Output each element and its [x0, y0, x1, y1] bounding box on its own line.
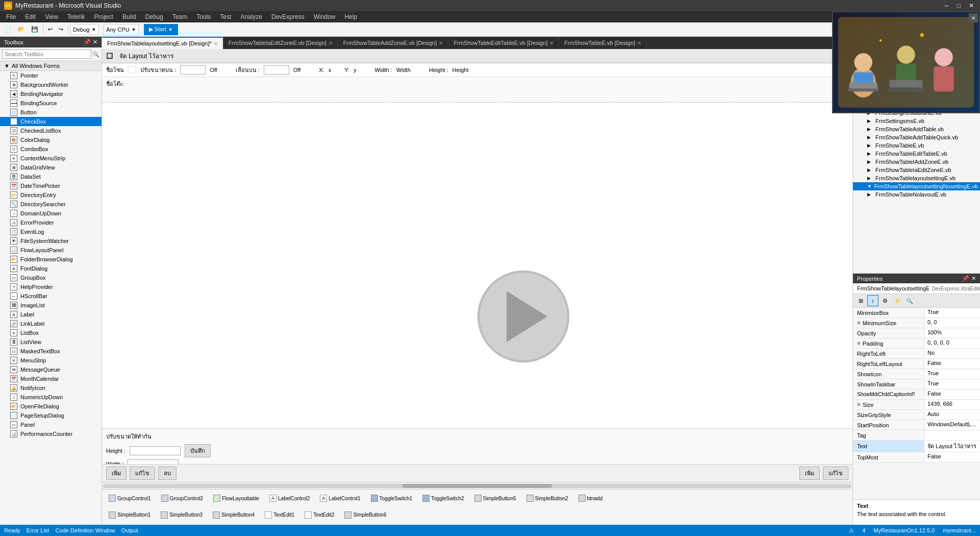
- toolbox-item-directoryentry[interactable]: 📁DirectoryEntry: [0, 190, 102, 200]
- tree-item-frmshowtableaddtablequick[interactable]: ▶ FrmShowTableAddTableQuick.vb: [853, 133, 980, 141]
- toolbox-item-checkbox[interactable]: ☑CheckBox: [0, 117, 102, 126]
- toolbox-item-colordialog[interactable]: 🎨ColorDialog: [0, 135, 102, 144]
- toolbox-item-imagelist[interactable]: 🖼ImageList: [0, 301, 102, 310]
- toolbox-item-bindingnavigator[interactable]: ◀BindingNavigator: [0, 89, 102, 99]
- props-properties-btn[interactable]: ⚙: [880, 295, 891, 306]
- toolbox-item-errorprovider[interactable]: ⚠ErrorProvider: [0, 218, 102, 227]
- h-scrollbar-thumb[interactable]: [403, 484, 552, 488]
- props-alphabetical-btn[interactable]: ↕: [867, 295, 878, 306]
- props-search-btn[interactable]: 🔍: [904, 295, 915, 306]
- play-overlay-circle[interactable]: [478, 271, 569, 362]
- toolbox-item-linklabel[interactable]: 🔗LinkLabel: [0, 319, 102, 328]
- toolbox-item-datagridview[interactable]: ⊞DataGridView: [0, 163, 102, 172]
- toolbox-item-pagesetupdialog[interactable]: 📄PageSetupDialog: [0, 411, 102, 420]
- add-btn-1[interactable]: เพิ่ม: [106, 467, 127, 480]
- toolbox-item-maskedtextbox[interactable]: ▭MaskedTextBox: [0, 347, 102, 356]
- component-groupcontrol1[interactable]: GroupControl1: [106, 493, 154, 503]
- component-labelcontrol2[interactable]: A LabelControl2: [267, 493, 312, 503]
- toolbox-item-button[interactable]: □Button: [0, 108, 102, 117]
- tree-item-frmshowtablelayoutsettinge[interactable]: ▶ FrmShowTablelayoutsettingE.vb: [853, 174, 980, 182]
- debug-mode-dropdown[interactable]: Debug ▼: [70, 24, 98, 35]
- properties-object-selector[interactable]: FrmShowTablelayoutsettingE DevExpress.Xt…: [853, 283, 980, 294]
- toolbox-item-hscrollbar[interactable]: ↔HScrollBar: [0, 291, 102, 301]
- props-close-icon[interactable]: ✕: [971, 275, 976, 282]
- save-button[interactable]: บันทึก: [185, 444, 211, 457]
- toolbar-redo-btn[interactable]: ↪: [56, 25, 66, 34]
- menu-file[interactable]: File: [2, 12, 20, 21]
- video-close-button[interactable]: ✕: [969, 13, 978, 22]
- toolbox-search-icon[interactable]: 🔍: [92, 51, 99, 58]
- props-categorized-btn[interactable]: ⊞: [855, 295, 866, 306]
- toolbox-item-notifyicon[interactable]: 🔔NotifyIcon: [0, 383, 102, 393]
- toolbox-item-numericupdown[interactable]: ↕NumericUpDown: [0, 393, 102, 402]
- tab-frm-tablelayout[interactable]: FrmShowTablelayoutsettingE.vb [Design]* …: [102, 37, 223, 49]
- component-simplebutton6[interactable]: SimpleButton6: [342, 510, 389, 520]
- menu-project[interactable]: Project: [90, 12, 117, 21]
- edit-btn-1[interactable]: แก้ไข: [130, 467, 155, 480]
- component-toggleswitch1[interactable]: ToggleSwitch1: [368, 493, 415, 503]
- minimize-button[interactable]: ─: [942, 2, 951, 9]
- toolbox-item-folderbrowserdialog[interactable]: 📂FolderBrowserDialog: [0, 255, 102, 264]
- component-textedit2[interactable]: TextEdit2: [302, 510, 337, 520]
- props-pin-icon[interactable]: 📌: [962, 275, 969, 282]
- toolbox-item-backgroundworker[interactable]: ⚙BackgroundWorker: [0, 80, 102, 89]
- toolbox-item-panel[interactable]: ▭Panel: [0, 420, 102, 429]
- toolbox-item-monthcalendar[interactable]: 📅MonthCalendar: [0, 374, 102, 383]
- toolbox-item-groupbox[interactable]: ▭GroupBox: [0, 273, 102, 282]
- tab-close-5[interactable]: ✕: [637, 40, 641, 46]
- menu-window[interactable]: Window: [310, 12, 340, 21]
- toolbar-new-btn[interactable]: 📄: [2, 25, 14, 34]
- menu-edit[interactable]: Edit: [21, 12, 40, 21]
- status-output[interactable]: Output: [121, 527, 138, 533]
- status-error-list[interactable]: Error List: [27, 527, 49, 533]
- toolbar-undo-btn[interactable]: ↩: [45, 25, 55, 34]
- toolbox-item-filesystemwatcher[interactable]: 👁FileSystemWatcher: [0, 236, 102, 246]
- component-simplebutton4[interactable]: SimpleButton4: [210, 510, 257, 520]
- toolbox-item-listbox[interactable]: ≡ListBox: [0, 328, 102, 337]
- maximize-button[interactable]: □: [955, 2, 963, 9]
- props-events-btn[interactable]: ⚡: [892, 295, 903, 306]
- component-labelcontrol1[interactable]: A LabelControl1: [317, 493, 363, 503]
- tree-item-frmshowtableaddtable[interactable]: ▶ FrmShowTableAddTable.vb: [853, 125, 980, 133]
- toolbox-item-performancecounter[interactable]: 📊PerformanceCounter: [0, 429, 102, 438]
- tab-close-4[interactable]: ✕: [549, 40, 554, 46]
- toolbox-item-directorysearcher[interactable]: 🔍DirectorySearcher: [0, 200, 102, 209]
- toolbox-item-pointer[interactable]: ↖Pointer: [0, 71, 102, 80]
- component-groupcontrol2[interactable]: GroupControl2: [159, 493, 206, 503]
- tab-frm-showtable[interactable]: FrmShowTableE.vb [Design] ✕: [559, 37, 647, 49]
- start-button[interactable]: ▶ Start ▼: [144, 24, 178, 35]
- tab-close-2[interactable]: ✕: [329, 40, 333, 46]
- status-code-def[interactable]: Code Definition Window: [55, 527, 115, 533]
- menu-test[interactable]: Test: [216, 12, 235, 21]
- tree-item-frmshowtablenolavoute[interactable]: ▶ FrmShowTableNolavoutE.vb: [853, 190, 980, 199]
- tab-frm-editzone[interactable]: FrmShowTableIaEditZoneE.vb [Design] ✕: [223, 37, 338, 49]
- menu-build[interactable]: Build: [118, 12, 140, 21]
- adjust-input[interactable]: [180, 65, 206, 75]
- toolbox-item-helpprovider[interactable]: ?HelpProvider: [0, 282, 102, 291]
- menu-analyze[interactable]: Analyze: [236, 12, 266, 21]
- component-simplebutton5[interactable]: SimpleButton5: [472, 493, 519, 503]
- tree-item-frmshowtableiaddzone[interactable]: ▶ FrmShowTableIAddZoneE.vb: [853, 158, 980, 166]
- toolbox-item-combobox[interactable]: ▽ComboBox: [0, 144, 102, 154]
- tree-item-frmshowtablelayoutsettingnosettinge[interactable]: ▼ FrmShowTablelayoutsettingNosettingE.vb: [853, 182, 980, 190]
- menu-team[interactable]: Team: [168, 12, 191, 21]
- toolbox-item-checkedlistbox[interactable]: ☑CheckedListBox: [0, 126, 102, 135]
- tree-item-frmshowtablee[interactable]: ▶ FrmShowTableE.vb: [853, 141, 980, 150]
- toolbar-save-btn[interactable]: 💾: [29, 25, 41, 34]
- menu-devexpress[interactable]: DevExpress: [267, 12, 309, 21]
- toolbox-item-contextmenustrip[interactable]: ≡ContextMenuStrip: [0, 154, 102, 163]
- toolbox-item-menustrip[interactable]: ≡MenuStrip: [0, 356, 102, 365]
- tab-close-1[interactable]: ✕: [214, 41, 218, 46]
- toolbox-item-dataset[interactable]: 🗄DataSet: [0, 172, 102, 181]
- component-toggleswitch2[interactable]: ToggleSwitch2: [420, 493, 466, 503]
- move-input[interactable]: [264, 65, 289, 75]
- tab-close-3[interactable]: ✕: [439, 40, 443, 46]
- component-simplebutton2[interactable]: SimpleButton2: [524, 493, 571, 503]
- toolbox-item-datetimepicker[interactable]: 📅DateTimePicker: [0, 181, 102, 190]
- tree-item-frmshowtableedittablee[interactable]: ▶ FrmShowTableEditTableE.vb: [853, 150, 980, 158]
- component-flowlayouttable[interactable]: FlowLayouttable: [211, 493, 262, 503]
- add-btn-2[interactable]: เพิ่ม: [799, 467, 820, 480]
- tree-item-frmsettingsmse[interactable]: ▶ FrmSettingsmsE.vb: [853, 117, 980, 125]
- toolbox-search-input[interactable]: [2, 50, 91, 59]
- h-scrollbar[interactable]: [102, 482, 852, 489]
